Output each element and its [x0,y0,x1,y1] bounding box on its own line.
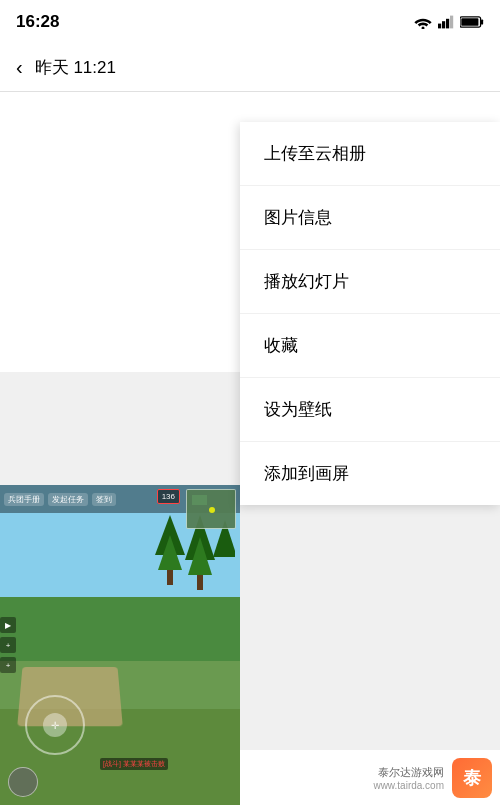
game-health-indicator: 136 [157,489,180,504]
context-menu: 上传至云相册 图片信息 播放幻灯片 收藏 设为壁纸 添加到画屏 [240,122,500,505]
svg-rect-17 [192,495,207,505]
svg-rect-7 [461,18,478,26]
svg-point-0 [422,27,425,30]
health-value: 136 [162,492,175,501]
menu-item-add-screen[interactable]: 添加到画屏 [240,442,500,505]
menu-item-favorite[interactable]: 收藏 [240,314,500,378]
game-trees [155,515,235,615]
menu-item-upload-cloud[interactable]: 上传至云相册 [240,122,500,186]
status-icons [414,15,484,29]
svg-point-16 [209,507,215,513]
joystick-inner: ✛ [43,713,67,737]
svg-rect-2 [442,21,445,28]
watermark-area: 泰尔达游戏网 www.tairda.com 泰 [240,750,500,805]
svg-rect-1 [438,24,441,29]
game-ui-item-2: 发起任务 [48,493,88,506]
menu-item-image-info[interactable]: 图片信息 [240,186,500,250]
game-minimap [186,489,236,529]
svg-rect-3 [446,19,449,29]
battery-icon [460,15,484,29]
svg-rect-10 [167,570,173,585]
signal-icon [438,15,454,29]
svg-rect-13 [197,575,203,590]
nav-bar: ‹ 昨天 11:21 [0,44,500,92]
game-screenshot: 兵团手册 发起任务 签到 136 ✛ [战斗] 某某某被击败 [0,485,240,805]
game-red-text: [战斗] 某某某被击败 [100,758,168,770]
svg-rect-6 [481,19,483,24]
game-ui-item-3: 签到 [92,493,116,506]
watermark-text-block: 泰尔达游戏网 www.tairda.com [373,765,444,791]
svg-rect-4 [450,16,453,29]
wifi-icon [414,15,432,29]
main-content: 兵团手册 发起任务 签到 136 ✛ [战斗] 某某某被击败 [0,92,500,805]
game-avatar [8,767,38,797]
watermark-line2: www.tairda.com [373,780,444,791]
status-time: 16:28 [16,12,59,32]
game-joystick: ✛ [25,695,85,755]
menu-item-set-wallpaper[interactable]: 设为壁纸 [240,378,500,442]
watermark-line1: 泰尔达游戏网 [378,765,444,780]
back-button[interactable]: ‹ [16,56,23,79]
watermark-logo: 泰 [452,758,492,798]
game-ui-item-1: 兵团手册 [4,493,44,506]
nav-title: 昨天 11:21 [35,56,116,79]
status-bar: 16:28 [0,0,500,44]
menu-item-slideshow[interactable]: 播放幻灯片 [240,250,500,314]
game-left-icons: ▶ + + [0,617,16,673]
